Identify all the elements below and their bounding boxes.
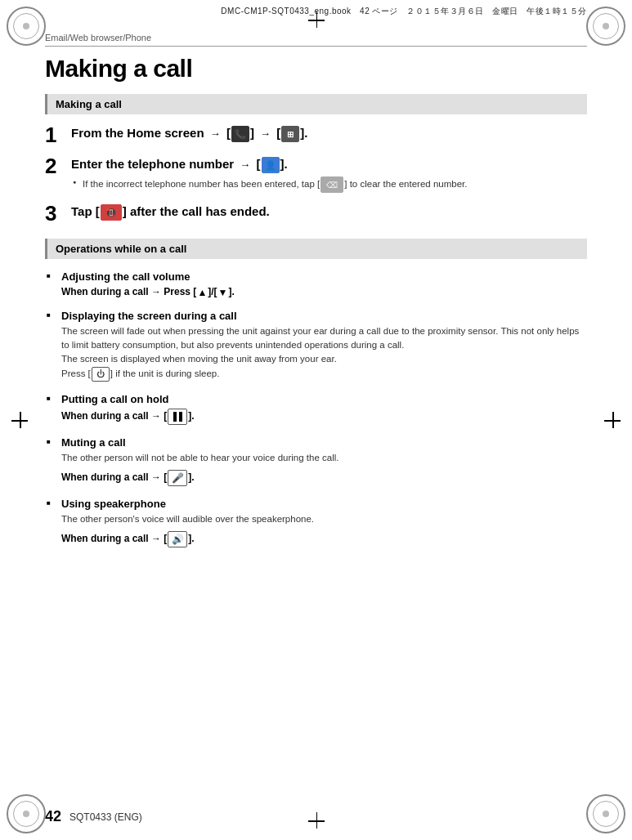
end-call-icon: 📵 — [101, 204, 122, 221]
step-2-text: Enter the telephone number → [ 👤 ]. — [71, 157, 587, 173]
step-1: 1 From the Home screen → [ 📞 ] → [ ⊞ ]. — [45, 126, 587, 145]
op-speakerphone: Using speakerphone The other person's vo… — [45, 498, 587, 547]
step-3: 3 Tap [ 📵 ] after the call has ended. — [45, 204, 587, 224]
power-icon: ⏻ — [92, 367, 110, 382]
bottom-bar: 42 SQT0433 (ENG) — [45, 808, 587, 825]
corner-br — [586, 794, 625, 833]
op-hold-instruction: When during a call → [ ]. — [61, 409, 587, 425]
grid-icon: ⊞ — [281, 126, 299, 142]
step-1-number: 1 — [45, 124, 71, 145]
header-text: DMC-CM1P-SQT0433_eng.book 42 ページ ２０１５年３月… — [221, 6, 587, 17]
op-speakerphone-instruction: When during a call → [🔊]. — [61, 531, 587, 547]
corner-tr — [586, 7, 625, 46]
op-mute: Muting a call The other person will not … — [45, 436, 587, 486]
breadcrumb: Email/Web browser/Phone — [45, 33, 587, 47]
right-reg-mark — [604, 412, 621, 428]
pause-icon — [168, 409, 187, 425]
op-display-screen-title: Displaying the screen during a call — [61, 310, 587, 322]
step-3-content: Tap [ 📵 ] after the call has ended. — [71, 204, 587, 224]
op-mute-desc: The other person will not be able to hea… — [61, 451, 587, 465]
op-display-screen: Displaying the screen during a call The … — [45, 310, 587, 382]
section-operations: Operations while on a call — [45, 239, 587, 259]
step-2-number: 2 — [45, 155, 71, 176]
mic-icon: 🎤 — [168, 470, 187, 486]
op-adjust-volume-instruction: When during a call → Press [▲]/[▼]. — [61, 286, 587, 298]
phone-icon: 📞 — [231, 126, 249, 142]
op-mute-title: Muting a call — [61, 436, 587, 449]
step-1-content: From the Home screen → [ 📞 ] → [ ⊞ ]. — [71, 126, 587, 145]
op-adjust-volume: Adjusting the call volume When during a … — [45, 270, 587, 298]
person-icon: 👤 — [262, 157, 280, 173]
speaker-icon: 🔊 — [168, 531, 187, 547]
page-title: Making a call — [45, 55, 587, 83]
op-hold-title: Putting a call on hold — [61, 393, 587, 405]
corner-tl — [7, 7, 46, 46]
top-reg-mark — [308, 11, 325, 28]
content-area: Email/Web browser/Phone Making a call Ma… — [45, 33, 587, 795]
step-2: 2 Enter the telephone number → [ 👤 ]. If… — [45, 157, 587, 193]
step-3-text: Tap [ 📵 ] after the call has ended. — [71, 204, 587, 221]
operations-list: Adjusting the call volume When during a … — [45, 270, 587, 547]
page: DMC-CM1P-SQT0433_eng.book 42 ページ ２０１５年３月… — [0, 0, 632, 840]
step-2-content: Enter the telephone number → [ 👤 ]. If t… — [71, 157, 587, 193]
step-2-bullet: If the incorrect telephone number has be… — [71, 176, 587, 193]
section-making-call: Making a call — [45, 94, 587, 114]
op-adjust-volume-title: Adjusting the call volume — [61, 270, 587, 283]
op-hold: Putting a call on hold When during a cal… — [45, 393, 587, 425]
left-reg-mark — [11, 412, 28, 428]
page-number: 42 — [45, 808, 61, 825]
step-3-number: 3 — [45, 203, 71, 224]
op-mute-instruction: When during a call → [🎤]. — [61, 470, 587, 486]
corner-bl — [7, 794, 46, 833]
op-display-screen-desc: The screen will fade out when pressing t… — [61, 324, 587, 382]
clear-icon: ⌫ — [320, 176, 343, 193]
page-code: SQT0433 (ENG) — [69, 811, 142, 823]
op-speakerphone-desc: The other person's voice will audible ov… — [61, 512, 587, 526]
step-1-text: From the Home screen → [ 📞 ] → [ ⊞ ]. — [71, 126, 587, 142]
op-speakerphone-title: Using speakerphone — [61, 498, 587, 510]
